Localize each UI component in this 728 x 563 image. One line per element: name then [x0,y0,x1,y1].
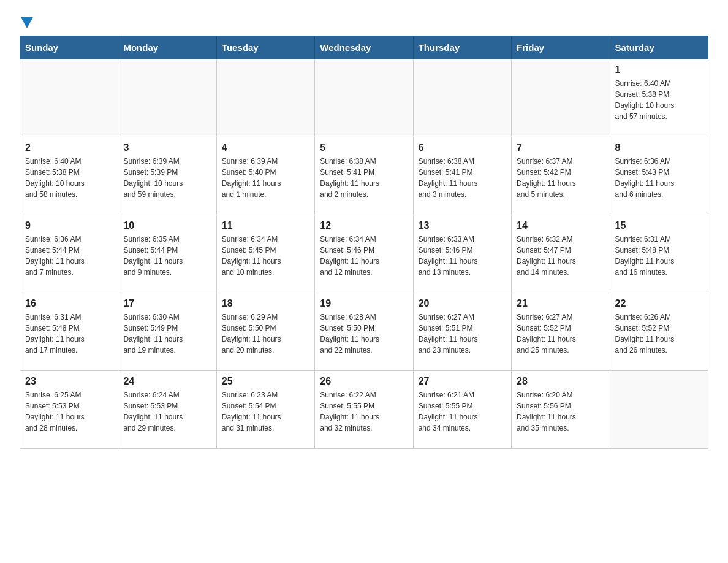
day-info: Sunrise: 6:25 AM Sunset: 5:53 PM Dayligh… [25,389,113,434]
day-info: Sunrise: 6:38 AM Sunset: 5:41 PM Dayligh… [320,156,408,200]
calendar-cell: 9Sunrise: 6:36 AM Sunset: 5:44 PM Daylig… [20,215,118,293]
page-header [20,15,708,26]
day-info: Sunrise: 6:28 AM Sunset: 5:50 PM Dayligh… [320,312,408,356]
day-info: Sunrise: 6:39 AM Sunset: 5:39 PM Dayligh… [123,156,211,200]
day-info: Sunrise: 6:31 AM Sunset: 5:48 PM Dayligh… [25,312,113,356]
calendar-cell: 20Sunrise: 6:27 AM Sunset: 5:51 PM Dayli… [413,293,511,371]
calendar-cell [413,59,511,137]
day-number: 9 [25,220,113,231]
day-number: 6 [419,142,506,153]
day-info: Sunrise: 6:37 AM Sunset: 5:42 PM Dayligh… [517,156,604,200]
day-info: Sunrise: 6:38 AM Sunset: 5:41 PM Dayligh… [419,156,506,200]
calendar-week-row: 16Sunrise: 6:31 AM Sunset: 5:48 PM Dayli… [20,293,708,371]
calendar-cell [118,59,216,137]
day-info: Sunrise: 6:36 AM Sunset: 5:44 PM Dayligh… [25,234,113,278]
day-header-tuesday: Tuesday [216,36,314,59]
day-number: 3 [123,142,211,153]
day-header-wednesday: Wednesday [315,36,413,59]
calendar-cell: 19Sunrise: 6:28 AM Sunset: 5:50 PM Dayli… [315,293,413,371]
day-number: 27 [419,376,506,387]
day-number: 2 [25,142,113,153]
calendar-cell [216,59,314,137]
day-number: 21 [517,298,604,309]
day-info: Sunrise: 6:32 AM Sunset: 5:47 PM Dayligh… [517,234,604,278]
logo [20,15,33,26]
day-info: Sunrise: 6:22 AM Sunset: 5:55 PM Dayligh… [320,389,408,434]
logo-general-text [20,15,33,28]
day-number: 23 [25,376,113,387]
day-info: Sunrise: 6:27 AM Sunset: 5:52 PM Dayligh… [517,312,604,356]
day-number: 14 [517,220,604,231]
day-info: Sunrise: 6:34 AM Sunset: 5:46 PM Dayligh… [320,234,408,278]
calendar-cell: 25Sunrise: 6:23 AM Sunset: 5:54 PM Dayli… [216,371,314,449]
calendar-cell: 21Sunrise: 6:27 AM Sunset: 5:52 PM Dayli… [512,293,610,371]
calendar-cell: 17Sunrise: 6:30 AM Sunset: 5:49 PM Dayli… [118,293,216,371]
day-header-friday: Friday [512,36,610,59]
calendar-cell: 2Sunrise: 6:40 AM Sunset: 5:38 PM Daylig… [20,137,118,215]
calendar-cell: 14Sunrise: 6:32 AM Sunset: 5:47 PM Dayli… [512,215,610,293]
day-info: Sunrise: 6:20 AM Sunset: 5:56 PM Dayligh… [517,389,604,434]
day-info: Sunrise: 6:23 AM Sunset: 5:54 PM Dayligh… [222,389,309,434]
calendar-cell: 26Sunrise: 6:22 AM Sunset: 5:55 PM Dayli… [315,371,413,449]
day-info: Sunrise: 6:31 AM Sunset: 5:48 PM Dayligh… [615,234,703,278]
day-info: Sunrise: 6:36 AM Sunset: 5:43 PM Dayligh… [615,156,703,200]
day-number: 1 [615,64,703,75]
day-header-monday: Monday [118,36,216,59]
day-number: 22 [615,298,703,309]
calendar-cell: 6Sunrise: 6:38 AM Sunset: 5:41 PM Daylig… [413,137,511,215]
calendar-cell: 12Sunrise: 6:34 AM Sunset: 5:46 PM Dayli… [315,215,413,293]
day-number: 25 [222,376,309,387]
day-header-thursday: Thursday [413,36,511,59]
calendar-cell: 8Sunrise: 6:36 AM Sunset: 5:43 PM Daylig… [610,137,708,215]
calendar-cell [315,59,413,137]
day-number: 13 [419,220,506,231]
day-number: 4 [222,142,309,153]
day-number: 20 [419,298,506,309]
calendar-cell: 3Sunrise: 6:39 AM Sunset: 5:39 PM Daylig… [118,137,216,215]
day-number: 19 [320,298,408,309]
day-number: 11 [222,220,309,231]
calendar-table: SundayMondayTuesdayWednesdayThursdayFrid… [20,36,708,449]
calendar-cell: 10Sunrise: 6:35 AM Sunset: 5:44 PM Dayli… [118,215,216,293]
day-info: Sunrise: 6:26 AM Sunset: 5:52 PM Dayligh… [615,312,703,356]
calendar-cell [610,371,708,449]
calendar-header-row: SundayMondayTuesdayWednesdayThursdayFrid… [20,36,708,59]
day-info: Sunrise: 6:24 AM Sunset: 5:53 PM Dayligh… [123,389,211,434]
calendar-cell: 27Sunrise: 6:21 AM Sunset: 5:55 PM Dayli… [413,371,511,449]
day-number: 24 [123,376,211,387]
day-info: Sunrise: 6:40 AM Sunset: 5:38 PM Dayligh… [25,156,113,200]
day-number: 18 [222,298,309,309]
calendar-cell: 28Sunrise: 6:20 AM Sunset: 5:56 PM Dayli… [512,371,610,449]
day-info: Sunrise: 6:29 AM Sunset: 5:50 PM Dayligh… [222,312,309,356]
day-info: Sunrise: 6:39 AM Sunset: 5:40 PM Dayligh… [222,156,309,200]
day-number: 15 [615,220,703,231]
day-info: Sunrise: 6:33 AM Sunset: 5:46 PM Dayligh… [419,234,506,278]
day-info: Sunrise: 6:40 AM Sunset: 5:38 PM Dayligh… [615,78,703,122]
calendar-week-row: 2Sunrise: 6:40 AM Sunset: 5:38 PM Daylig… [20,137,708,215]
day-header-saturday: Saturday [610,36,708,59]
day-number: 7 [517,142,604,153]
calendar-cell: 5Sunrise: 6:38 AM Sunset: 5:41 PM Daylig… [315,137,413,215]
day-number: 10 [123,220,211,231]
day-number: 12 [320,220,408,231]
logo-arrow-icon [21,17,33,28]
day-number: 8 [615,142,703,153]
calendar-cell: 7Sunrise: 6:37 AM Sunset: 5:42 PM Daylig… [512,137,610,215]
calendar-cell: 24Sunrise: 6:24 AM Sunset: 5:53 PM Dayli… [118,371,216,449]
calendar-cell: 11Sunrise: 6:34 AM Sunset: 5:45 PM Dayli… [216,215,314,293]
day-number: 16 [25,298,113,309]
day-number: 28 [517,376,604,387]
calendar-cell: 22Sunrise: 6:26 AM Sunset: 5:52 PM Dayli… [610,293,708,371]
calendar-week-row: 9Sunrise: 6:36 AM Sunset: 5:44 PM Daylig… [20,215,708,293]
day-info: Sunrise: 6:27 AM Sunset: 5:51 PM Dayligh… [419,312,506,356]
calendar-cell: 15Sunrise: 6:31 AM Sunset: 5:48 PM Dayli… [610,215,708,293]
day-number: 26 [320,376,408,387]
calendar-week-row: 23Sunrise: 6:25 AM Sunset: 5:53 PM Dayli… [20,371,708,449]
calendar-cell [512,59,610,137]
calendar-cell: 16Sunrise: 6:31 AM Sunset: 5:48 PM Dayli… [20,293,118,371]
calendar-cell: 1Sunrise: 6:40 AM Sunset: 5:38 PM Daylig… [610,59,708,137]
calendar-week-row: 1Sunrise: 6:40 AM Sunset: 5:38 PM Daylig… [20,59,708,137]
day-number: 17 [123,298,211,309]
day-header-sunday: Sunday [20,36,118,59]
day-info: Sunrise: 6:34 AM Sunset: 5:45 PM Dayligh… [222,234,309,278]
